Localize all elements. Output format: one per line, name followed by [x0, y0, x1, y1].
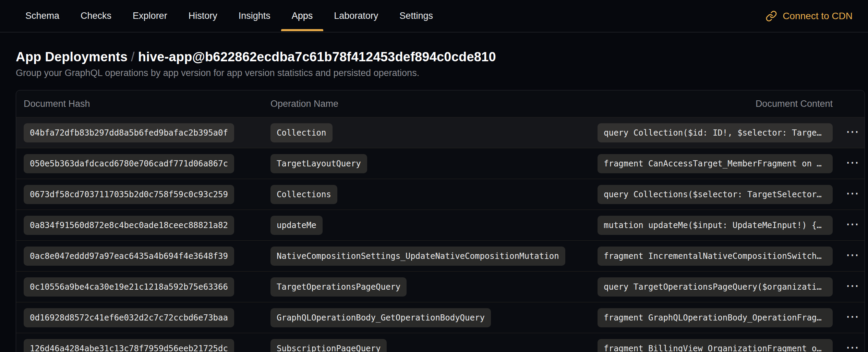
- document-hash-badge[interactable]: 126d46a4284abe31c13c78f7959d56eeb21725dc: [24, 339, 234, 352]
- app-deployments-table: Document Hash Operation Name Document Co…: [16, 90, 865, 352]
- column-header-document-hash: Document Hash: [16, 99, 263, 109]
- ellipsis-icon: ⋯: [846, 248, 859, 261]
- document-content-badge[interactable]: query Collections($selector: TargetSelec…: [598, 185, 833, 204]
- document-content-badge[interactable]: fragment BillingView_OrganizationFragmen…: [598, 339, 833, 352]
- ellipsis-icon: ⋯: [846, 341, 859, 352]
- ellipsis-icon: ⋯: [846, 310, 859, 323]
- page-subtitle: Group your GraphQL operations by app ver…: [16, 67, 853, 79]
- tab-schema[interactable]: Schema: [15, 0, 70, 32]
- breadcrumb: App Deployments/hive-app@b622862ecdba7c6…: [16, 49, 853, 65]
- ellipsis-icon: ⋯: [846, 156, 859, 169]
- operation-name-badge[interactable]: SubscriptionPageQuery: [270, 339, 387, 352]
- connect-to-cdn-button[interactable]: Connect to CDN: [765, 0, 853, 32]
- document-hash-badge[interactable]: 0a834f91560d872e8c4bec0ade18ceec88821a82: [24, 216, 234, 235]
- document-content-badge[interactable]: query TargetOperationsPageQuery($organiz…: [598, 277, 833, 297]
- tab-checks[interactable]: Checks: [70, 0, 122, 32]
- table-row[interactable]: 126d46a4284abe31c13c78f7959d56eeb21725dc…: [16, 333, 865, 352]
- nav-tabs: Schema Checks Explorer History Insights …: [15, 0, 444, 32]
- breadcrumb-app-deployments[interactable]: App Deployments: [16, 50, 128, 64]
- ellipsis-icon: ⋯: [846, 125, 859, 138]
- ellipsis-icon: ⋯: [846, 279, 859, 292]
- document-hash-badge[interactable]: 0ac8e047eddd97a97eac6435a4b694f4e3648f39: [24, 247, 234, 266]
- row-menu-button[interactable]: ⋯: [843, 188, 863, 201]
- document-content-badge[interactable]: fragment CanAccessTarget_MemberFragment …: [598, 154, 833, 173]
- tab-history[interactable]: History: [178, 0, 228, 32]
- row-menu-button[interactable]: ⋯: [843, 280, 863, 293]
- column-header-operation-name: Operation Name: [263, 99, 590, 109]
- connect-to-cdn-label: Connect to CDN: [783, 11, 853, 22]
- document-content-badge[interactable]: fragment GraphQLOperationBody_OperationF…: [598, 308, 833, 327]
- document-content-badge[interactable]: query Collection($id: ID!, $selector: Ta…: [598, 123, 833, 142]
- breadcrumb-app-id: hive-app@b622862ecdba7c61b78f412453def89…: [138, 50, 496, 64]
- column-header-document-content: Document Content: [590, 99, 840, 109]
- row-menu-button[interactable]: ⋯: [843, 342, 863, 352]
- table-header-row: Document Hash Operation Name Document Co…: [16, 90, 865, 117]
- operation-name-badge[interactable]: GraphQLOperationBody_GetOperationBodyQue…: [270, 308, 491, 327]
- document-hash-badge[interactable]: 050e5b363dafdcacd6780e706cadf771d06a867c: [24, 154, 234, 173]
- row-menu-button[interactable]: ⋯: [843, 311, 863, 324]
- document-hash-badge[interactable]: 0673df58cd7037117035b2d0c758f59c0c93c259: [24, 185, 234, 204]
- operation-name-badge[interactable]: NativeCompositionSettings_UpdateNativeCo…: [270, 247, 565, 266]
- table-row[interactable]: 0c10556a9be4ca30e19e21c1218a592b75e63366…: [16, 271, 865, 302]
- table-row[interactable]: 050e5b363dafdcacd6780e706cadf771d06a867c…: [16, 148, 865, 179]
- document-content-badge[interactable]: mutation updateMe($input: UpdateMeInput!…: [598, 216, 833, 235]
- link-icon: [765, 10, 777, 22]
- table-row[interactable]: 0673df58cd7037117035b2d0c758f59c0c93c259…: [16, 179, 865, 210]
- nav-spacer: [444, 0, 765, 32]
- page-content: App Deployments/hive-app@b622862ecdba7c6…: [0, 49, 868, 352]
- breadcrumb-separator: /: [128, 50, 138, 64]
- row-menu-button[interactable]: ⋯: [843, 219, 863, 232]
- table-row[interactable]: 0ac8e047eddd97a97eac6435a4b694f4e3648f39…: [16, 240, 865, 271]
- operation-name-badge[interactable]: updateMe: [270, 216, 323, 235]
- document-hash-badge[interactable]: 04bfa72dfb83b297dd8a5b6fed9bafac2b395a0f: [24, 123, 234, 142]
- tab-explorer[interactable]: Explorer: [122, 0, 178, 32]
- tab-settings[interactable]: Settings: [389, 0, 444, 32]
- row-menu-button[interactable]: ⋯: [843, 250, 863, 263]
- table-row[interactable]: 0d16928d8572c41ef6e032d2c7c72ccbd6e73baa…: [16, 302, 865, 333]
- row-menu-button[interactable]: ⋯: [843, 126, 863, 139]
- document-hash-badge[interactable]: 0d16928d8572c41ef6e032d2c7c72ccbd6e73baa: [24, 308, 234, 327]
- document-hash-badge[interactable]: 0c10556a9be4ca30e19e21c1218a592b75e63366: [24, 277, 234, 297]
- ellipsis-icon: ⋯: [846, 187, 859, 200]
- operation-name-badge[interactable]: Collections: [270, 185, 337, 204]
- tab-laboratory[interactable]: Laboratory: [323, 0, 389, 32]
- operation-name-badge[interactable]: TargetOperationsPageQuery: [270, 277, 407, 297]
- row-menu-button[interactable]: ⋯: [843, 157, 863, 170]
- operation-name-badge[interactable]: TargetLayoutQuery: [270, 154, 367, 173]
- tab-insights[interactable]: Insights: [228, 0, 281, 32]
- table-row[interactable]: 0a834f91560d872e8c4bec0ade18ceec88821a82…: [16, 210, 865, 240]
- ellipsis-icon: ⋯: [846, 217, 859, 230]
- table-row[interactable]: 04bfa72dfb83b297dd8a5b6fed9bafac2b395a0f…: [16, 117, 865, 148]
- top-navigation: Schema Checks Explorer History Insights …: [0, 0, 868, 33]
- document-content-badge[interactable]: fragment IncrementalNativeCompositionSwi…: [598, 247, 833, 266]
- tab-apps[interactable]: Apps: [281, 0, 324, 32]
- operation-name-badge[interactable]: Collection: [270, 123, 333, 142]
